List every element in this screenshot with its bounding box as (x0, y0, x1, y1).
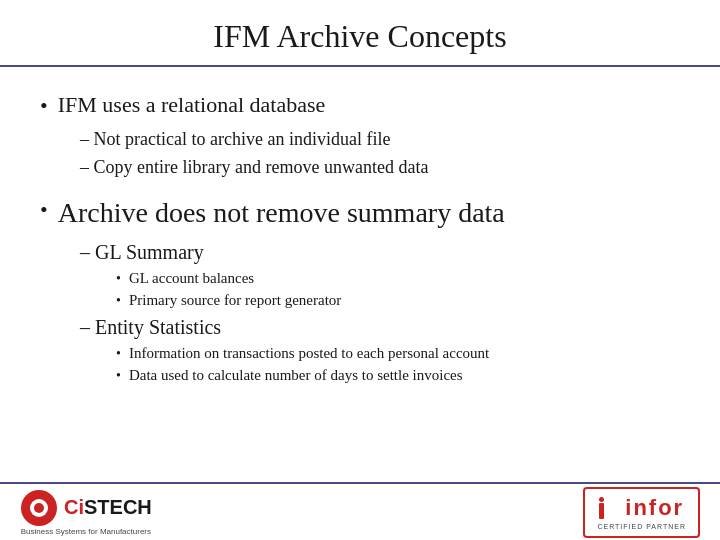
cistech-logo-top: CiSTECH (20, 489, 152, 527)
gl-item-2: • Primary source for report generator (116, 290, 680, 311)
slide-content: • IFM uses a relational database – Not p… (0, 77, 720, 482)
entity-item-2: • Data used to calculate number of days … (116, 365, 680, 386)
gl-item-1-text: GL account balances (129, 268, 254, 289)
bullet-2: • Archive does not remove summary data (40, 195, 680, 231)
slide-header: IFM Archive Concepts (0, 0, 720, 67)
gl-summary-subitems: • GL account balances • Primary source f… (116, 268, 680, 311)
entity-item-2-marker: • (116, 368, 121, 384)
cistech-tagline: Business Systems for Manufacturers (21, 527, 151, 536)
svg-rect-4 (38, 519, 40, 525)
infor-logo-inner: infor (599, 495, 684, 521)
bullet-1-text: IFM uses a relational database (58, 91, 326, 120)
dash-item-2-2: – Entity Statistics (80, 312, 680, 342)
entity-item-1: • Information on transactions posted to … (116, 343, 680, 364)
infor-logo: infor CERTIFIED PARTNER (583, 487, 700, 538)
gl-item-2-text: Primary source for report generator (129, 290, 341, 311)
gl-item-1-marker: • (116, 271, 121, 287)
dash-item-1-1: – Not practical to archive an individual… (80, 126, 680, 153)
infor-name-text: infor (625, 495, 684, 521)
svg-rect-3 (38, 491, 40, 497)
entity-item-2-text: Data used to calculate number of days to… (129, 365, 463, 386)
dash-item-2-1: – GL Summary (80, 237, 680, 267)
gl-item-2-marker: • (116, 293, 121, 309)
bullet-2-text: Archive does not remove summary data (58, 195, 505, 231)
svg-rect-6 (50, 507, 56, 509)
cistech-name-text: CiSTECH (64, 496, 152, 519)
gl-item-1: • GL account balances (116, 268, 680, 289)
slide-footer: CiSTECH Business Systems for Manufacture… (0, 482, 720, 540)
bullet-1-subitems: – Not practical to archive an individual… (80, 126, 680, 181)
slide: IFM Archive Concepts • IFM uses a relati… (0, 0, 720, 540)
infor-icon (599, 497, 621, 519)
entity-item-1-text: Information on transactions posted to ea… (129, 343, 489, 364)
dash-item-1-2: – Copy entire library and remove unwante… (80, 154, 680, 181)
cistech-icon (20, 489, 58, 527)
svg-rect-7 (599, 503, 604, 519)
svg-rect-5 (22, 507, 28, 509)
bullet-1: • IFM uses a relational database (40, 91, 680, 120)
infor-certified-text: CERTIFIED PARTNER (597, 523, 686, 530)
svg-point-8 (599, 497, 604, 502)
entity-item-1-marker: • (116, 346, 121, 362)
cistech-logo: CiSTECH Business Systems for Manufacture… (20, 489, 152, 536)
svg-point-2 (34, 503, 44, 513)
bullet-2-subitems: – GL Summary • GL account balances • Pri… (80, 237, 680, 386)
slide-title: IFM Archive Concepts (40, 18, 680, 55)
bullet-1-marker: • (40, 93, 48, 119)
bullet-2-marker: • (40, 197, 48, 223)
entity-subitems: • Information on transactions posted to … (116, 343, 680, 386)
